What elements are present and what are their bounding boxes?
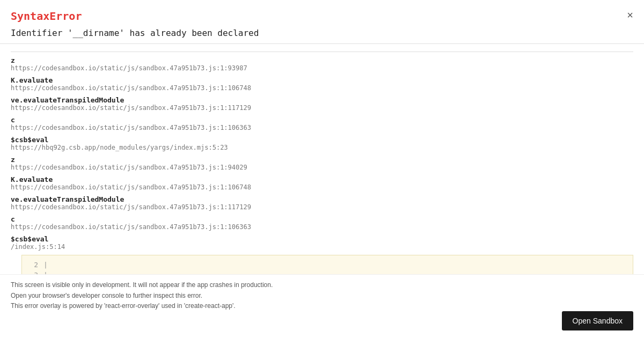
frame-name: c xyxy=(11,215,633,223)
frame-url: https://hbq92g.csb.app/node_modules/yarg… xyxy=(11,144,633,151)
error-header: SyntaxError Identifier '__dirname' has a… xyxy=(0,0,644,44)
frame-url: https://codesandbox.io/static/js/sandbox… xyxy=(11,104,633,112)
stack-frame-3: c https://codesandbox.io/static/js/sandb… xyxy=(11,116,633,131)
footer: This screen is visible only in developme… xyxy=(0,274,644,338)
frame-name: z xyxy=(11,56,633,64)
frame-url: https://codesandbox.io/static/js/sandbox… xyxy=(11,183,633,191)
code-snippet: 2 | 3 | 4 | const winston = require('win… xyxy=(21,255,633,274)
footer-line-1: This screen is visible only in developme… xyxy=(11,280,633,290)
stack-frame-5: z https://codesandbox.io/static/js/sandb… xyxy=(11,156,633,171)
frame-name: K.evaluate xyxy=(11,76,633,84)
frame-url: https://codesandbox.io/static/js/sandbox… xyxy=(11,124,633,131)
frame-url: https://codesandbox.io/static/js/sandbox… xyxy=(11,64,633,72)
code-line-2: 2 | xyxy=(22,260,633,270)
stack-frame-9: $csb$eval /index.js:5:14 xyxy=(11,235,633,251)
frame-name: $csb$eval xyxy=(11,136,633,144)
error-title: SyntaxError xyxy=(11,10,633,23)
frame-url: https://codesandbox.io/static/js/sandbox… xyxy=(11,223,633,231)
stack-frame-6: K.evaluate https://codesandbox.io/static… xyxy=(11,175,633,191)
stack-trace: z https://codesandbox.io/static/js/sandb… xyxy=(0,44,644,274)
frame-name: z xyxy=(11,156,633,164)
stack-frame-8: c https://codesandbox.io/static/js/sandb… xyxy=(11,215,633,231)
frame-name: $csb$eval xyxy=(11,235,633,243)
error-overlay: SyntaxError Identifier '__dirname' has a… xyxy=(0,0,644,338)
footer-line-3: This error overlay is powered by 'react-… xyxy=(11,301,633,311)
frame-name: ve.evaluateTranspiledModule xyxy=(11,96,633,104)
code-line-3: 3 | xyxy=(22,270,633,274)
stack-frame-0: z https://codesandbox.io/static/js/sandb… xyxy=(11,56,633,72)
divider xyxy=(11,52,633,52)
frame-name: K.evaluate xyxy=(11,175,633,183)
error-message: Identifier '__dirname' has already been … xyxy=(11,28,633,38)
stack-frame-2: ve.evaluateTranspiledModule https://code… xyxy=(11,96,633,112)
stack-frame-4: $csb$eval https://hbq92g.csb.app/node_mo… xyxy=(11,136,633,151)
footer-line-2: Open your browser's developer console to… xyxy=(11,291,633,301)
frame-name: ve.evaluateTranspiledModule xyxy=(11,195,633,203)
frame-url: https://codesandbox.io/static/js/sandbox… xyxy=(11,203,633,211)
stack-frame-1: K.evaluate https://codesandbox.io/static… xyxy=(11,76,633,92)
stack-frame-7: ve.evaluateTranspiledModule https://code… xyxy=(11,195,633,211)
frame-url: /index.js:5:14 xyxy=(11,243,633,251)
frame-url: https://codesandbox.io/static/js/sandbox… xyxy=(11,84,633,92)
open-sandbox-button[interactable]: Open Sandbox xyxy=(562,311,633,330)
frame-name: c xyxy=(11,116,633,124)
close-button[interactable]: × xyxy=(627,10,633,20)
frame-url: https://codesandbox.io/static/js/sandbox… xyxy=(11,164,633,171)
